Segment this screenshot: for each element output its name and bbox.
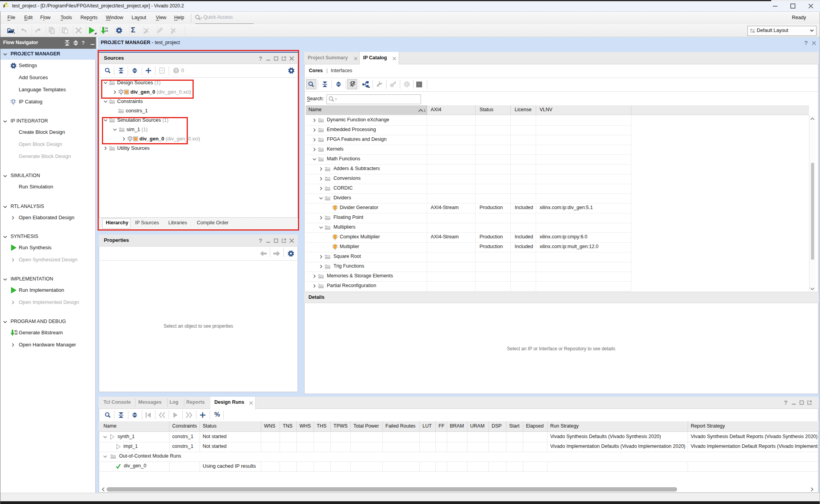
svg-text:1: 1 bbox=[424, 108, 426, 112]
svg-text:01: 01 bbox=[105, 27, 109, 30]
svg-text:01: 01 bbox=[14, 330, 18, 333]
svg-text:10: 10 bbox=[105, 30, 109, 32]
svg-text:10: 10 bbox=[14, 333, 18, 335]
